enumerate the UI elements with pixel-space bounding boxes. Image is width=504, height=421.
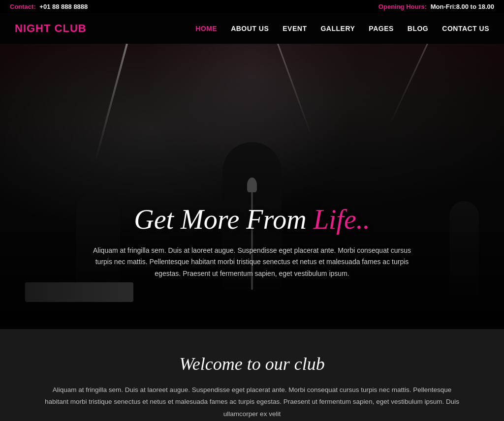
- contact-info: Contact: +01 88 888 8888: [10, 3, 88, 10]
- opening-hours: Opening Hours: Mon-Fri:8.00 to 18.00: [378, 3, 494, 10]
- hero-subtitle: Aliquam at fringilla sem. Duis at laoree…: [90, 245, 414, 280]
- keyboard-instrument: [25, 282, 133, 302]
- hero-content: Get More From Life.. Aliquam at fringill…: [0, 204, 504, 280]
- hero-title-highlight: Life..: [314, 204, 370, 235]
- nav-blog[interactable]: BLOG: [408, 25, 428, 32]
- header: NIGHT CLUB HOME ABOUT US EVENT GALLERY P…: [0, 13, 504, 44]
- hero-section: Get More From Life.. Aliquam at fringill…: [0, 44, 504, 329]
- nav-pages[interactable]: PAGES: [369, 25, 393, 32]
- logo-part2: CLUB: [55, 22, 87, 34]
- main-nav: HOME ABOUT US EVENT GALLERY PAGES BLOG C…: [195, 25, 489, 32]
- welcome-text: Aliquam at fringilla sem. Duis at laoree…: [43, 384, 461, 420]
- mic-head: [247, 178, 257, 192]
- hero-title: Get More From Life..: [10, 204, 494, 235]
- welcome-section: Welcome to our club Aliquam at fringilla…: [0, 329, 504, 421]
- logo: NIGHT CLUB: [15, 22, 87, 35]
- nav-home[interactable]: HOME: [195, 25, 217, 32]
- welcome-title: Welcome to our club: [39, 354, 465, 374]
- nav-event[interactable]: EVENT: [283, 25, 307, 32]
- nav-gallery[interactable]: GALLERY: [320, 25, 355, 32]
- contact-value: +01 88 888 8888: [39, 3, 88, 10]
- nav-about[interactable]: ABOUT US: [231, 25, 269, 32]
- hero-title-part1: Get More From: [134, 204, 313, 235]
- contact-label: Contact:: [10, 3, 36, 10]
- nav-contact[interactable]: CONTACT US: [442, 25, 489, 32]
- logo-part1: NIGHT: [15, 22, 55, 34]
- hours-value: Mon-Fri:8.00 to 18.00: [431, 3, 494, 10]
- top-bar: Contact: +01 88 888 8888 Opening Hours: …: [0, 0, 504, 13]
- hours-label: Opening Hours:: [378, 3, 427, 10]
